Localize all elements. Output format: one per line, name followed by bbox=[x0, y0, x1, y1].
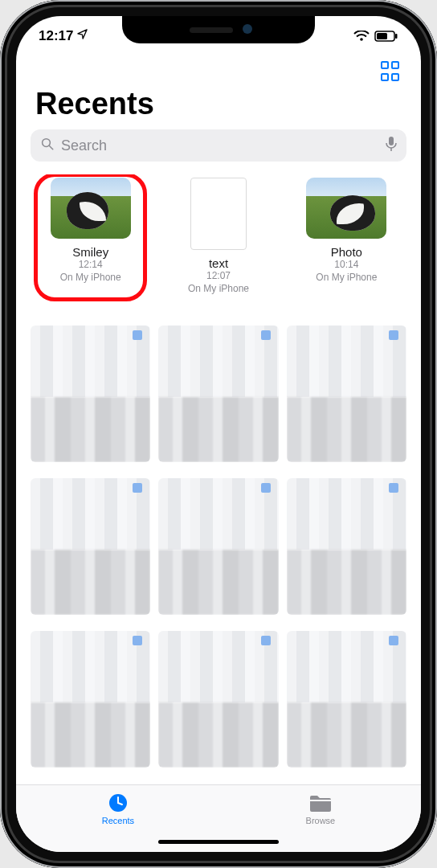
clock-icon bbox=[106, 792, 130, 814]
redacted-item bbox=[287, 326, 406, 462]
file-thumbnail bbox=[51, 178, 131, 239]
iphone-frame: 12:17 Recents bbox=[0, 0, 437, 868]
page-title: Recents bbox=[16, 85, 421, 129]
file-item-smiley[interactable]: Smiley 12:14 On My iPhone bbox=[31, 174, 150, 305]
redacted-item bbox=[158, 631, 278, 768]
screen: 12:17 Recents bbox=[16, 16, 421, 852]
file-location: On My iPhone bbox=[60, 272, 121, 285]
redacted-item bbox=[31, 631, 150, 768]
search-icon bbox=[40, 137, 55, 154]
search-field[interactable] bbox=[31, 129, 406, 162]
redacted-grid bbox=[31, 326, 406, 768]
file-thumbnail bbox=[190, 178, 247, 250]
file-name: Smiley bbox=[72, 245, 108, 259]
file-time: 12:07 bbox=[206, 270, 231, 283]
tab-recents[interactable]: Recents bbox=[102, 792, 134, 825]
redacted-item bbox=[287, 631, 406, 768]
tab-label: Browse bbox=[306, 816, 336, 825]
file-location: On My iPhone bbox=[188, 283, 249, 296]
content-area[interactable]: Smiley 12:14 On My iPhone text 12:07 On … bbox=[16, 174, 421, 784]
file-thumbnail bbox=[306, 178, 386, 239]
tab-browse[interactable]: Browse bbox=[306, 792, 336, 825]
location-icon bbox=[76, 28, 88, 44]
svg-rect-11 bbox=[310, 800, 331, 801]
dictate-icon[interactable] bbox=[386, 136, 397, 155]
notch bbox=[122, 16, 315, 43]
file-name: text bbox=[209, 256, 228, 270]
file-item-text[interactable]: text 12:07 On My iPhone bbox=[158, 174, 278, 305]
svg-rect-2 bbox=[377, 33, 387, 39]
file-name: Photo bbox=[331, 245, 362, 259]
view-mode-button[interactable] bbox=[381, 61, 402, 82]
file-item-photo[interactable]: Photo 10:14 On My iPhone bbox=[287, 174, 406, 305]
file-time: 10:14 bbox=[334, 259, 358, 272]
redacted-item bbox=[158, 478, 278, 615]
tab-label: Recents bbox=[102, 816, 134, 825]
svg-line-5 bbox=[49, 145, 53, 149]
redacted-item bbox=[287, 478, 406, 615]
wifi-icon bbox=[353, 31, 370, 42]
file-location: On My iPhone bbox=[316, 272, 377, 285]
redacted-item bbox=[31, 326, 150, 462]
status-time: 12:17 bbox=[39, 28, 73, 44]
nav-toolbar bbox=[16, 56, 421, 85]
redacted-item bbox=[31, 478, 150, 615]
file-grid: Smiley 12:14 On My iPhone text 12:07 On … bbox=[31, 174, 406, 305]
tab-bar: Recents Browse bbox=[16, 784, 421, 852]
svg-rect-6 bbox=[389, 137, 394, 145]
svg-point-0 bbox=[360, 38, 363, 41]
home-indicator[interactable] bbox=[158, 840, 279, 844]
file-time: 12:14 bbox=[79, 259, 103, 272]
folder-icon bbox=[308, 792, 333, 814]
battery-icon bbox=[374, 31, 398, 42]
search-input[interactable] bbox=[61, 137, 379, 154]
redacted-item bbox=[158, 326, 278, 462]
svg-rect-3 bbox=[395, 34, 398, 39]
